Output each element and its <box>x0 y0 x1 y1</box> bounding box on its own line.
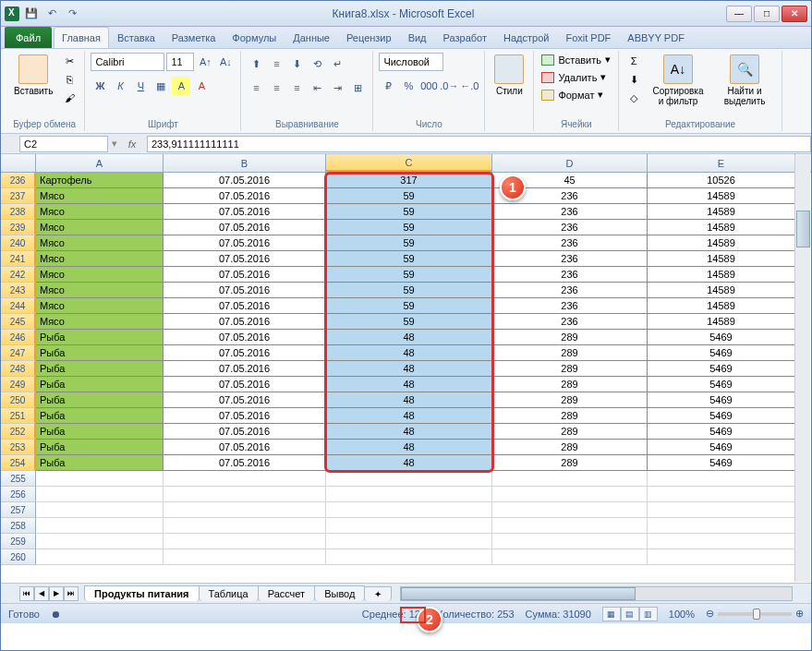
row-header[interactable]: 239 <box>1 220 36 235</box>
shrink-font-icon[interactable]: A↓ <box>216 53 235 71</box>
align-middle-icon[interactable]: ≡ <box>267 54 285 73</box>
cell[interactable]: 07.05.2016 <box>164 424 326 440</box>
cell[interactable] <box>326 549 492 565</box>
cell[interactable]: 14589 <box>648 267 795 283</box>
row-header[interactable]: 254 <box>1 455 36 471</box>
qat-save-icon[interactable]: 💾 <box>23 6 40 22</box>
cell[interactable] <box>492 502 648 518</box>
cell[interactable]: 07.05.2016 <box>164 204 326 220</box>
cell[interactable]: Мясо <box>36 204 164 220</box>
cell[interactable]: 07.05.2016 <box>164 361 326 377</box>
cell[interactable]: 14589 <box>648 283 795 298</box>
font-color-icon[interactable]: A <box>192 77 211 95</box>
row-header[interactable]: 260 <box>1 549 36 565</box>
cell[interactable]: 14589 <box>648 251 795 267</box>
cell[interactable]: 5469 <box>648 424 795 440</box>
view-layout-icon[interactable]: ▤ <box>621 607 639 621</box>
col-header-A[interactable]: A <box>36 154 164 172</box>
cell[interactable]: 236 <box>492 235 648 251</box>
cell[interactable]: Мясо <box>36 314 164 330</box>
row-header[interactable]: 236 <box>1 173 36 188</box>
col-header-D[interactable]: D <box>492 154 648 172</box>
cell[interactable]: 07.05.2016 <box>164 377 326 392</box>
row-header[interactable]: 241 <box>1 251 36 267</box>
row-header[interactable]: 240 <box>1 235 36 251</box>
cell[interactable]: 48 <box>326 424 492 440</box>
cell[interactable]: 289 <box>492 440 648 455</box>
menu-tab-6[interactable]: Вид <box>400 27 435 48</box>
delete-cells-button[interactable]: Удалить ▾ <box>539 70 608 84</box>
cell[interactable]: 236 <box>492 220 648 235</box>
cell[interactable]: Мясо <box>36 267 164 283</box>
spreadsheet-grid[interactable]: A B C D E 236Картофель07.05.201631745105… <box>1 154 811 583</box>
comma-icon[interactable]: 000 <box>419 77 438 95</box>
cell[interactable]: Мясо <box>36 188 164 204</box>
find-select-button[interactable]: 🔍 Найти и выделить <box>713 53 776 108</box>
menu-tab-9[interactable]: Foxit PDF <box>557 27 619 48</box>
zoom-out-button[interactable]: ⊖ <box>706 608 714 620</box>
cell[interactable] <box>326 502 492 518</box>
cell[interactable]: 289 <box>492 345 648 361</box>
fill-color-icon[interactable]: A <box>172 77 190 95</box>
cell[interactable]: Мясо <box>36 298 164 314</box>
cell[interactable] <box>36 502 164 518</box>
cell[interactable]: 317 <box>326 173 492 188</box>
row-header[interactable]: 256 <box>1 487 36 502</box>
cell[interactable] <box>492 487 648 502</box>
cell[interactable]: Рыба <box>36 392 164 408</box>
cell[interactable]: 07.05.2016 <box>164 314 326 330</box>
select-all-corner[interactable] <box>1 154 36 172</box>
cell[interactable]: 59 <box>326 251 492 267</box>
row-header[interactable]: 259 <box>1 534 36 549</box>
cell[interactable]: Рыба <box>36 361 164 377</box>
cell[interactable]: 5469 <box>648 345 795 361</box>
cell[interactable]: 5469 <box>648 377 795 392</box>
sheet-tab[interactable]: Вывод <box>314 585 365 601</box>
cell[interactable]: 48 <box>326 361 492 377</box>
cell[interactable]: 59 <box>326 283 492 298</box>
vertical-scrollbar[interactable] <box>794 155 810 582</box>
zoom-in-button[interactable]: ⊕ <box>795 608 804 620</box>
cell[interactable]: 14589 <box>648 298 795 314</box>
name-box[interactable]: C2 <box>19 136 108 152</box>
cell[interactable]: 5469 <box>648 392 795 408</box>
cell[interactable]: 48 <box>326 440 492 455</box>
cell[interactable]: 07.05.2016 <box>164 267 326 283</box>
cell[interactable]: 48 <box>326 392 492 408</box>
styles-button[interactable]: Стили <box>491 53 527 98</box>
bold-button[interactable]: Ж <box>91 77 109 95</box>
cell[interactable]: Мясо <box>36 235 164 251</box>
cell[interactable]: 59 <box>326 220 492 235</box>
cell[interactable]: Рыба <box>36 408 164 424</box>
merge-icon[interactable]: ⊞ <box>348 78 367 97</box>
font-size-select[interactable]: 11 <box>166 53 194 71</box>
indent-increase-icon[interactable]: ⇥ <box>328 78 346 97</box>
cell[interactable] <box>164 471 326 487</box>
cell[interactable] <box>326 471 492 487</box>
sort-filter-button[interactable]: A↓ Сортировка и фильтр <box>647 53 709 108</box>
cell[interactable] <box>36 549 164 565</box>
minimize-button[interactable]: — <box>726 6 752 22</box>
menu-tab-2[interactable]: Разметка <box>164 27 224 48</box>
row-header[interactable]: 249 <box>1 377 36 392</box>
cell[interactable]: 07.05.2016 <box>164 298 326 314</box>
horizontal-scrollbar[interactable] <box>400 586 793 601</box>
menu-tab-4[interactable]: Данные <box>285 27 338 48</box>
cell[interactable]: 289 <box>492 377 648 392</box>
menu-tab-10[interactable]: ABBYY PDF <box>619 27 693 48</box>
cell[interactable]: 5469 <box>648 455 795 471</box>
cell[interactable]: 5469 <box>648 440 795 455</box>
sheet-tab[interactable]: Рассчет <box>258 585 316 601</box>
cell[interactable]: Рыба <box>36 440 164 455</box>
align-top-icon[interactable]: ⬆ <box>247 54 265 73</box>
cell[interactable] <box>164 534 326 549</box>
align-center-icon[interactable]: ≡ <box>267 78 285 97</box>
cell[interactable]: Мясо <box>36 220 164 235</box>
cell[interactable]: Мясо <box>36 251 164 267</box>
qat-undo-icon[interactable]: ↶ <box>43 6 60 22</box>
row-header[interactable]: 257 <box>1 502 36 518</box>
border-icon[interactable]: ▦ <box>151 77 170 95</box>
cell[interactable]: 07.05.2016 <box>164 188 326 204</box>
row-header[interactable]: 243 <box>1 283 36 298</box>
cell[interactable]: 48 <box>326 377 492 392</box>
